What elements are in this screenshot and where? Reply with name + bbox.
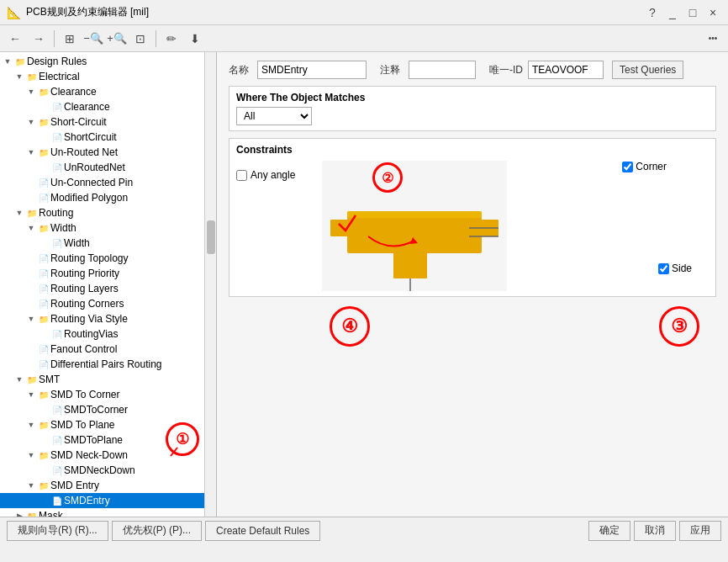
tree-item-clearance-group[interactable]: ▼ 📁 Clearance xyxy=(0,84,216,99)
priority-button[interactable]: 优先权(P) (P)... xyxy=(112,521,202,541)
download-button[interactable]: ⬇ xyxy=(185,29,205,49)
routing-guide-button[interactable]: 规则向导(R) (R)... xyxy=(7,521,108,541)
tree-item-routing-layers[interactable]: ▶ 📄 Routing Layers xyxy=(0,281,216,296)
tree-item-mask[interactable]: ▶ 📁 Mask xyxy=(0,508,216,517)
create-default-button[interactable]: Create Default Rules xyxy=(205,521,320,541)
toggle-mask[interactable]: ▶ xyxy=(13,510,25,517)
tree-item-modified-polygon[interactable]: ▶ 📄 Modified Polygon xyxy=(0,190,216,205)
tree-item-smdneckdown[interactable]: ▶ 📄 SMDNeckDown xyxy=(0,463,216,478)
back-button[interactable]: ← xyxy=(5,29,25,49)
icon-smd-entry-group: 📁 xyxy=(37,479,50,492)
comment-input[interactable] xyxy=(409,61,476,79)
tree-item-smd-neck-down-group[interactable]: ▼ 📁 SMD Neck-Down xyxy=(0,448,216,463)
tree-item-routing-priority[interactable]: ▶ 📄 Routing Priority xyxy=(0,266,216,281)
forward-button[interactable]: → xyxy=(29,29,49,49)
side-checkbox[interactable] xyxy=(658,263,669,274)
pcb-visual-container: Corner Side xyxy=(322,161,709,291)
tree-item-short-circuit-group[interactable]: ▼ 📁 Short-Circuit xyxy=(0,114,216,130)
tree-item-width[interactable]: ▶ 📄 Width xyxy=(0,236,216,251)
icon-smdtocorner: 📄 xyxy=(50,403,64,416)
tree-item-smt[interactable]: ▼ 📁 SMT xyxy=(0,372,216,387)
where-section: Where The Object Matches All Custom Net … xyxy=(229,86,716,131)
fit-button[interactable]: ⊡ xyxy=(130,29,150,49)
tree-item-design-rules[interactable]: ▼ 📁 Design Rules xyxy=(0,54,216,69)
tree-item-routing[interactable]: ▼ 📁 Routing xyxy=(0,205,216,220)
toggle-smd-to-plane-group[interactable]: ▼ xyxy=(25,419,37,431)
where-dropdown[interactable]: All Custom Net Net Class Layer xyxy=(236,107,312,125)
icon-short-circuit: 📄 xyxy=(50,130,64,144)
unique-id-input[interactable] xyxy=(528,61,604,79)
maximize-button[interactable]: □ xyxy=(684,4,701,21)
toggle-smdtocorner: ▶ xyxy=(39,404,50,416)
grid-button[interactable]: ⊞ xyxy=(60,29,80,49)
any-angle-label[interactable]: Any angle xyxy=(251,169,295,181)
toolbar: ← → ⊞ −🔍 +🔍 ⊡ ✏ ⬇ ••• xyxy=(0,25,728,52)
icon-smd-to-corner-group: 📁 xyxy=(37,388,50,401)
toggle-width-group[interactable]: ▼ xyxy=(25,222,37,234)
title-bar-left: 📐 PCB规则及约束编辑器 [mil] xyxy=(7,5,149,19)
tree-item-electrical[interactable]: ▼ 📁 Electrical xyxy=(0,69,216,84)
ok-button[interactable]: 确定 xyxy=(588,521,630,541)
tree-item-smd-to-plane-group[interactable]: ▼ 📁 SMD To Plane xyxy=(0,417,216,432)
tree-item-fanout-control[interactable]: ▶ 📄 Fanout Control xyxy=(0,342,216,357)
tree-item-routingvias[interactable]: ▶ 📄 RoutingVias xyxy=(0,326,216,342)
title-bar-right: ? _ □ × xyxy=(644,4,721,21)
corner-row: Corner xyxy=(622,161,667,172)
label-routing-via-style-group: Routing Via Style xyxy=(50,313,128,325)
tree-item-routing-corners[interactable]: ▶ 📄 Routing Corners xyxy=(0,296,216,311)
tree-scrollbar[interactable] xyxy=(204,52,216,517)
toggle-electrical[interactable]: ▼ xyxy=(13,71,25,82)
tree-item-routing-topology[interactable]: ▶ 📄 Routing Topology xyxy=(0,251,216,266)
tree-item-width-group[interactable]: ▼ 📁 Width xyxy=(0,220,216,236)
toggle-smt[interactable]: ▼ xyxy=(13,374,25,385)
test-queries-button[interactable]: Test Queries xyxy=(612,61,683,79)
name-input[interactable] xyxy=(257,61,367,79)
toggle-smd-to-corner-group[interactable]: ▼ xyxy=(25,389,37,400)
tree-item-differential-pairs[interactable]: ▶ 📄 Differential Pairs Routing xyxy=(0,357,216,372)
tree-scroll-thumb[interactable] xyxy=(207,220,215,254)
tree-item-clearance[interactable]: ▶ 📄 Clearance xyxy=(0,99,216,114)
zoom-in-button[interactable]: +🔍 xyxy=(107,29,127,49)
toggle-smd-entry-group[interactable]: ▼ xyxy=(25,480,37,491)
tree-item-smdentry[interactable]: ▶ 📄 SMDEntry xyxy=(0,493,216,508)
tree-item-smd-to-corner-group[interactable]: ▼ 📁 SMD To Corner xyxy=(0,387,216,402)
tree-item-un-routed-net-group[interactable]: ▼ 📁 Un-Routed Net xyxy=(0,145,216,160)
bottom-left-buttons: 规则向导(R) (R)... 优先权(P) (P)... Create Defa… xyxy=(7,521,320,541)
apply-button[interactable]: 应用 xyxy=(679,521,721,541)
label-smd-entry-group: SMD Entry xyxy=(50,480,99,491)
tree-item-un-connected-pin[interactable]: ▶ 📄 Un-Connected Pin xyxy=(0,175,216,190)
toggle-routing[interactable]: ▼ xyxy=(13,207,25,219)
minimize-button[interactable]: _ xyxy=(664,4,681,21)
corner-label[interactable]: Corner xyxy=(636,161,667,172)
toggle-clearance-group[interactable]: ▼ xyxy=(25,86,37,98)
toggle-routing-via-style-group[interactable]: ▼ xyxy=(25,313,37,325)
tree-container: ▼ 📁 Design Rules ▼ 📁 Electrical ▼ 📁 Clea… xyxy=(0,52,216,517)
toggle-un-routed-net-group[interactable]: ▼ xyxy=(25,146,37,158)
svg-rect-3 xyxy=(330,220,364,236)
toggle-design-rules[interactable]: ▼ xyxy=(2,56,13,67)
tree-item-unroutednet[interactable]: ▶ 📄 UnRoutedNet xyxy=(0,160,216,175)
tree-item-short-circuit[interactable]: ▶ 📄 ShortCircuit xyxy=(0,130,216,145)
toggle-smd-neck-down-group[interactable]: ▼ xyxy=(25,449,37,461)
label-routing-layers: Routing Layers xyxy=(50,283,119,294)
tree-item-smdtocorner[interactable]: ▶ 📄 SMDToCorner xyxy=(0,402,216,417)
tree-item-smdtoplane[interactable]: ▶ 📄 SMDToPlane xyxy=(0,432,216,448)
cancel-button[interactable]: 取消 xyxy=(634,521,676,541)
close-button[interactable]: × xyxy=(704,4,721,21)
icon-smdneckdown: 📄 xyxy=(50,464,64,477)
zoom-out-button[interactable]: −🔍 xyxy=(83,29,103,49)
edit-button[interactable]: ✏ xyxy=(161,29,182,49)
corner-checkbox[interactable] xyxy=(622,162,633,172)
more-button[interactable]: ••• xyxy=(703,29,723,49)
side-label[interactable]: Side xyxy=(672,262,692,274)
toggle-short-circuit-group[interactable]: ▼ xyxy=(25,116,37,128)
label-routing-priority: Routing Priority xyxy=(50,268,119,279)
icon-un-routed-net-group: 📁 xyxy=(37,146,50,159)
tree-item-smd-entry-group[interactable]: ▼ 📁 SMD Entry xyxy=(0,478,216,493)
tree-item-routing-via-style-group[interactable]: ▼ 📁 Routing Via Style xyxy=(0,311,216,326)
comment-label: 注释 xyxy=(380,63,404,77)
label-smdentry: SMDEntry xyxy=(64,495,110,506)
help-button[interactable]: ? xyxy=(644,4,661,21)
icon-routing-layers: 📄 xyxy=(37,282,50,295)
any-angle-checkbox[interactable] xyxy=(236,170,247,181)
